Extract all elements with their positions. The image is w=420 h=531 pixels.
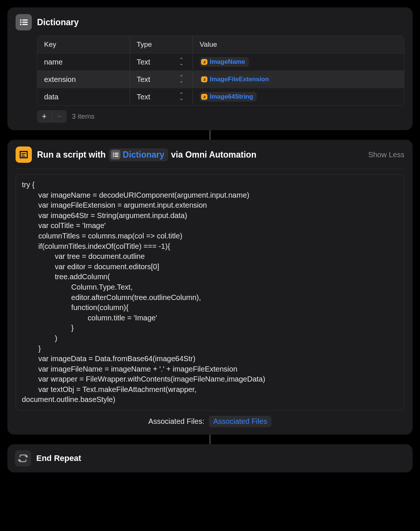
dictionary-footer: + − 3 items — [37, 110, 404, 123]
table-row[interactable]: extension Text ⌃⌄ x ImageFileExtension — [37, 71, 404, 88]
type-cell[interactable]: Text ⌃⌄ — [130, 89, 193, 105]
dictionary-header: Dictionary — [16, 14, 404, 30]
svg-marker-19 — [26, 456, 28, 457]
table-row[interactable]: data Text ⌃⌄ x Image64String — [37, 88, 404, 105]
item-count-label: 3 items — [72, 112, 94, 121]
svg-rect-11 — [21, 155, 24, 155]
value-cell[interactable]: x ImageName — [193, 53, 404, 70]
chevron-updown-icon[interactable]: ⌃⌄ — [179, 93, 184, 100]
dictionary-body: Key Type Value name Text ⌃⌄ x ImageName — [37, 36, 404, 123]
variable-badge-icon: x — [201, 94, 207, 100]
list-icon — [111, 150, 120, 159]
associated-files-token[interactable]: Associated Files — [209, 416, 272, 427]
key-cell[interactable]: data — [37, 89, 130, 105]
variable-badge-icon: x — [201, 59, 207, 65]
repeat-icon — [15, 450, 31, 466]
svg-point-4 — [20, 24, 21, 25]
svg-point-17 — [113, 156, 114, 157]
dictionary-input-token[interactable]: Dictionary — [109, 148, 168, 161]
script-code[interactable]: try { var imageName = decodeURIComponent… — [22, 180, 398, 405]
svg-point-2 — [20, 22, 21, 23]
svg-rect-5 — [22, 24, 28, 25]
end-repeat-title: End Repeat — [36, 454, 81, 463]
script-action-card: Run a script with Dictionary via Omni Au… — [7, 140, 413, 435]
omni-automation-icon — [16, 146, 32, 163]
variable-badge-icon: x — [201, 76, 207, 82]
svg-rect-14 — [114, 153, 119, 154]
svg-rect-10 — [21, 153, 26, 154]
variable-name: ImageFileExtension — [210, 76, 269, 83]
script-title: Run a script with Dictionary via Omni Au… — [37, 148, 363, 161]
variable-token[interactable]: x ImageName — [200, 57, 249, 67]
add-row-button[interactable]: + — [37, 110, 52, 123]
column-header-key: Key — [37, 36, 130, 53]
dictionary-table: Key Type Value name Text ⌃⌄ x ImageName — [37, 36, 404, 106]
variable-name: Image64String — [210, 93, 253, 100]
variable-token[interactable]: x Image64String — [200, 92, 257, 102]
type-text: Text — [137, 93, 150, 101]
show-less-button[interactable]: Show Less — [368, 151, 404, 159]
chevron-updown-icon[interactable]: ⌃⌄ — [179, 59, 184, 65]
connector-line — [209, 130, 211, 140]
dictionary-title: Dictionary — [37, 17, 404, 27]
svg-rect-12 — [21, 156, 25, 157]
value-cell[interactable]: x ImageFileExtension — [193, 71, 404, 88]
token-label: Dictionary — [123, 150, 164, 160]
variable-name: ImageName — [210, 58, 245, 66]
type-text: Text — [137, 58, 150, 66]
dictionary-action-card: Dictionary Key Type Value name Text ⌃⌄ x… — [7, 7, 413, 130]
list-icon — [16, 14, 32, 30]
svg-rect-16 — [114, 154, 119, 155]
value-cell[interactable]: x Image64String — [193, 88, 404, 105]
svg-marker-20 — [18, 459, 20, 461]
connector-line — [209, 435, 211, 444]
title-suffix: via Omni Automation — [171, 150, 256, 160]
script-editor[interactable]: try { var imageName = decodeURIComponent… — [16, 174, 404, 410]
table-header-row: Key Type Value — [37, 36, 404, 53]
column-header-type: Type — [130, 36, 193, 53]
svg-point-15 — [113, 154, 114, 155]
variable-token[interactable]: x ImageFileExtension — [200, 75, 273, 84]
title-prefix: Run a script with — [37, 150, 106, 160]
key-cell[interactable]: extension — [37, 72, 130, 88]
column-header-value: Value — [193, 36, 404, 53]
svg-rect-3 — [22, 22, 28, 23]
type-cell[interactable]: Text ⌃⌄ — [130, 54, 193, 70]
svg-point-0 — [20, 19, 21, 21]
svg-rect-9 — [20, 157, 28, 158]
table-row[interactable]: name Text ⌃⌄ x ImageName — [37, 53, 404, 71]
end-repeat-card: End Repeat — [7, 444, 413, 472]
add-remove-control: + − — [37, 110, 67, 123]
svg-rect-18 — [114, 156, 119, 156]
remove-row-button[interactable]: − — [52, 110, 67, 123]
type-text: Text — [137, 75, 150, 84]
chevron-updown-icon[interactable]: ⌃⌄ — [179, 76, 184, 83]
script-header: Run a script with Dictionary via Omni Au… — [16, 146, 404, 169]
svg-rect-1 — [22, 20, 28, 21]
key-cell[interactable]: name — [37, 54, 130, 70]
associated-files-row: Associated Files: Associated Files — [16, 416, 404, 427]
associated-files-label: Associated Files: — [149, 417, 204, 426]
svg-point-13 — [113, 152, 114, 154]
svg-rect-6 — [20, 151, 28, 152]
type-cell[interactable]: Text ⌃⌄ — [130, 72, 193, 88]
